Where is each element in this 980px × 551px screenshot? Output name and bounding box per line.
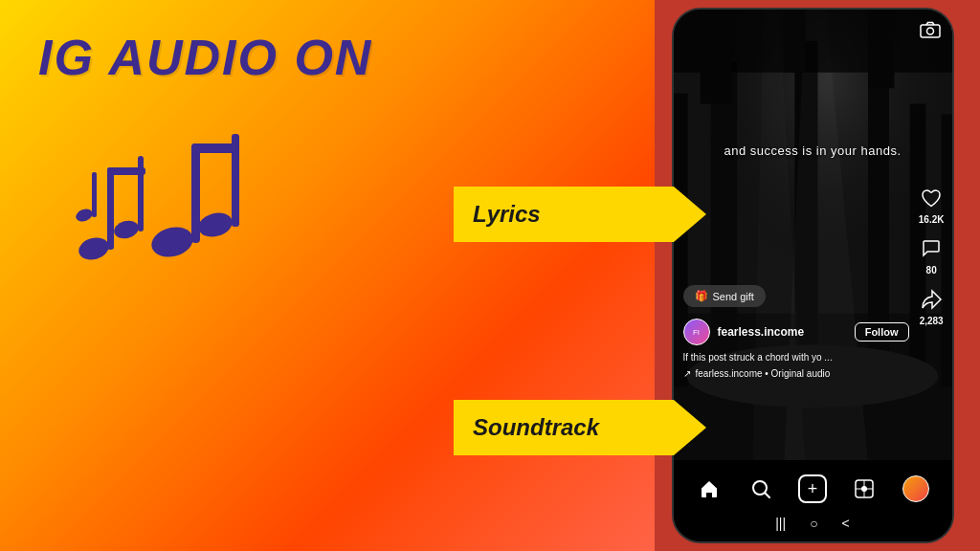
main-title: IG AUDIO ON bbox=[38, 29, 372, 86]
send-gift-label: Send gift bbox=[713, 291, 754, 302]
bottom-info-bar: 🎁 Send gift FI fearless.income Follow If… bbox=[674, 285, 919, 379]
video-area: and success is in your hands. bbox=[674, 10, 952, 460]
comment-button[interactable]: 80 bbox=[921, 238, 942, 276]
svg-point-0 bbox=[77, 234, 112, 263]
comment-icon bbox=[921, 238, 942, 263]
phone-mockup: and success is in your hands. bbox=[672, 8, 954, 543]
profile-avatar bbox=[902, 475, 929, 502]
username-label: fearless.income bbox=[718, 325, 847, 339]
right-panel: and success is in your hands. bbox=[655, 0, 980, 551]
svg-rect-9 bbox=[232, 134, 239, 227]
soundtrack-row[interactable]: ↗ fearless.income • Original audio bbox=[683, 368, 909, 379]
lyrics-text: and success is in your hands. bbox=[674, 143, 952, 158]
caption-text: If this post struck a chord with yo ... bbox=[683, 351, 909, 364]
svg-line-31 bbox=[765, 493, 769, 497]
gift-icon: 🎁 bbox=[695, 290, 708, 302]
nav-reels-button[interactable] bbox=[847, 472, 881, 506]
svg-point-29 bbox=[926, 28, 933, 34]
comment-count: 80 bbox=[926, 265, 937, 276]
svg-point-3 bbox=[112, 218, 141, 241]
svg-rect-27 bbox=[868, 10, 894, 88]
follow-button[interactable]: Follow bbox=[855, 322, 909, 342]
add-icon: + bbox=[798, 474, 827, 503]
like-button[interactable]: 16.2K bbox=[919, 187, 945, 225]
nav-add-button[interactable]: + bbox=[795, 472, 830, 506]
share-button[interactable]: 2,283 bbox=[920, 289, 944, 326]
lyrics-arrow-label: Lyrics bbox=[454, 201, 560, 228]
svg-point-5 bbox=[148, 223, 196, 261]
svg-rect-25 bbox=[700, 10, 731, 104]
user-avatar[interactable]: FI bbox=[683, 319, 710, 345]
camera-icon[interactable] bbox=[920, 21, 941, 43]
side-action-icons: 16.2K 80 bbox=[919, 187, 945, 326]
soundtrack-arrow: Soundtrack bbox=[454, 400, 674, 455]
soundtrack-arrow-label: Soundtrack bbox=[454, 414, 618, 441]
svg-rect-4 bbox=[138, 156, 144, 231]
heart-icon bbox=[921, 187, 942, 212]
svg-rect-11 bbox=[92, 172, 97, 217]
back-button[interactable]: < bbox=[842, 516, 850, 531]
left-panel: IG AUDIO ON Lyrics bbox=[0, 0, 655, 551]
send-gift-button[interactable]: 🎁 Send gift bbox=[683, 285, 766, 307]
svg-point-8 bbox=[196, 209, 235, 240]
user-info-row: FI fearless.income Follow bbox=[683, 319, 909, 345]
lyrics-arrow: Lyrics bbox=[454, 187, 674, 242]
svg-rect-1 bbox=[107, 167, 114, 250]
share-count: 2,283 bbox=[920, 316, 944, 326]
svg-rect-26 bbox=[784, 10, 805, 73]
menu-button[interactable]: ||| bbox=[775, 516, 786, 531]
svg-point-10 bbox=[74, 207, 94, 223]
bottom-navigation: + ||| ○ < bbox=[674, 460, 952, 541]
like-count: 16.2K bbox=[919, 214, 945, 225]
svg-rect-28 bbox=[921, 25, 940, 37]
video-background: and success is in your hands. bbox=[674, 10, 952, 460]
soundtrack-text: fearless.income • Original audio bbox=[696, 368, 831, 379]
nav-search-button[interactable] bbox=[744, 472, 778, 506]
nav-profile-button[interactable] bbox=[899, 472, 933, 506]
soundtrack-arrow-icon: ↗ bbox=[683, 368, 691, 379]
nav-icons-row: + bbox=[674, 460, 952, 511]
share-icon bbox=[921, 289, 942, 314]
music-notes-icon bbox=[48, 100, 239, 304]
home-button[interactable]: ○ bbox=[810, 516, 817, 531]
nav-home-button[interactable] bbox=[692, 472, 726, 506]
system-navigation-bar: ||| ○ < bbox=[674, 511, 952, 539]
